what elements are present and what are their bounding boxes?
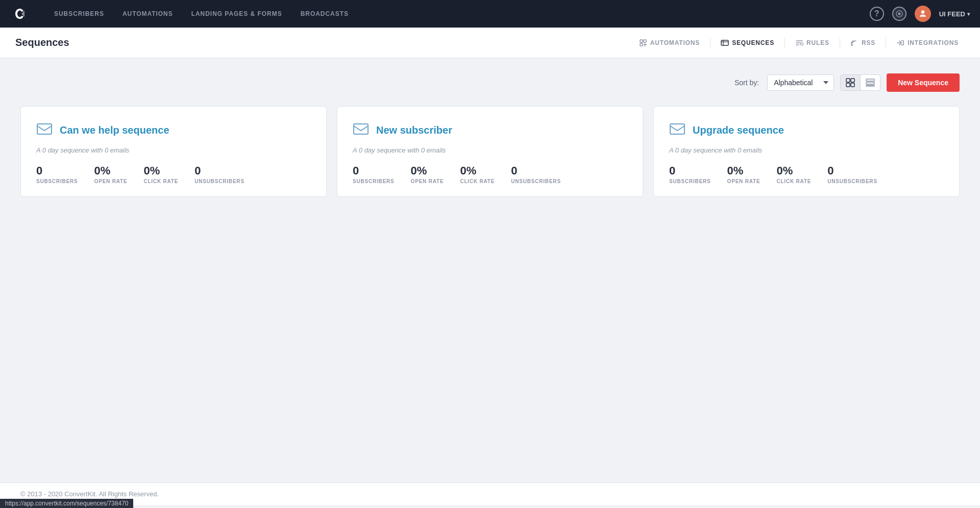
svg-point-0 <box>10 4 30 23</box>
user-menu-chevron: ▾ <box>967 11 970 17</box>
footer-text: © 2013 - 2020 ConvertKit. All Rights Res… <box>20 490 159 498</box>
stat-unsubscribers-value: 0 <box>827 164 877 177</box>
svg-rect-10 <box>851 79 854 82</box>
svg-rect-18 <box>670 124 684 134</box>
main-content: Sort by: Alphabetical Date Created Date … <box>0 58 980 482</box>
nav-link-subscribers[interactable]: SUBSCRIBERS <box>45 0 113 28</box>
svg-rect-11 <box>846 83 850 87</box>
card-header: New subscriber <box>353 121 627 139</box>
svg-rect-14 <box>866 82 874 84</box>
sub-nav-rss[interactable]: RSS <box>844 36 881 50</box>
stat-click-rate: 0% CLICK RATE <box>776 164 811 184</box>
sub-nav-automations[interactable]: AUTOMATIONS <box>633 36 706 50</box>
avatar[interactable] <box>915 6 931 22</box>
grid-icon <box>846 78 855 87</box>
rss-icon <box>850 39 859 47</box>
stat-open-rate-label: OPEN RATE <box>411 179 444 184</box>
stat-open-rate: 0% OPEN RATE <box>411 164 444 184</box>
sub-nav-integrations-label: INTEGRATIONS <box>908 39 959 46</box>
sub-nav-rules[interactable]: RULES <box>789 36 836 50</box>
sequence-stats: 0 SUBSCRIBERS 0% OPEN RATE 0% CLICK RATE… <box>36 164 311 184</box>
status-bar: https://app.convertkit.com/sequences/738… <box>0 499 133 508</box>
stat-open-rate: 0% OPEN RATE <box>727 164 761 184</box>
sub-nav-sequences[interactable]: SEQUENCES <box>715 36 780 50</box>
sequences-icon <box>721 39 729 47</box>
sequence-title: Can we help sequence <box>60 124 169 136</box>
stat-open-rate-value: 0% <box>727 164 761 177</box>
page-title: Sequences <box>15 37 633 48</box>
sub-nav: Sequences AUTOMATIONS SEQUENCES <box>0 28 980 58</box>
nav-link-automations[interactable]: AUTOMATIONS <box>113 0 182 28</box>
stat-subscribers-value: 0 <box>36 164 78 177</box>
stat-open-rate-label: OPEN RATE <box>94 179 128 184</box>
sequence-card[interactable]: Upgrade sequence A 0 day sequence with 0… <box>653 106 960 197</box>
svg-rect-3 <box>640 40 643 42</box>
svg-point-2 <box>898 12 900 15</box>
top-nav-links: SUBSCRIBERS AUTOMATIONS LANDING PAGES & … <box>45 0 870 28</box>
card-header: Upgrade sequence <box>669 121 944 139</box>
rules-icon <box>795 39 803 47</box>
stat-click-rate: 0% CLICK RATE <box>460 164 495 184</box>
top-nav-right: ? UI FEED ▾ <box>870 6 970 22</box>
sequence-card[interactable]: New subscriber A 0 day sequence with 0 e… <box>337 106 643 197</box>
sequence-subtitle: A 0 day sequence with 0 emails <box>353 146 627 154</box>
stat-open-rate-value: 0% <box>94 164 128 177</box>
notifications-button[interactable] <box>892 7 906 21</box>
stat-click-rate-value: 0% <box>460 164 495 177</box>
stat-click-rate-label: CLICK RATE <box>460 179 495 184</box>
sequence-stats: 0 SUBSCRIBERS 0% OPEN RATE 0% CLICK RATE… <box>353 164 627 184</box>
help-button[interactable]: ? <box>870 7 884 21</box>
sub-nav-integrations[interactable]: INTEGRATIONS <box>890 36 965 50</box>
stat-unsubscribers-label: UNSUBSCRIBERS <box>511 179 561 184</box>
nav-link-broadcasts[interactable]: BROADCASTS <box>291 0 358 28</box>
stat-subscribers: 0 SUBSCRIBERS <box>353 164 395 184</box>
stat-open-rate-label: OPEN RATE <box>727 179 761 184</box>
sort-label: Sort by: <box>734 79 759 87</box>
sequence-title: New subscriber <box>376 124 452 136</box>
sub-nav-automations-label: AUTOMATIONS <box>650 39 700 46</box>
sort-select[interactable]: Alphabetical Date Created Date Modified <box>767 74 834 91</box>
toolbar: Sort by: Alphabetical Date Created Date … <box>20 73 960 92</box>
svg-rect-13 <box>866 79 874 81</box>
sub-nav-rules-label: RULES <box>806 39 829 46</box>
stat-click-rate-label: CLICK RATE <box>776 179 811 184</box>
stat-unsubscribers: 0 UNSUBSCRIBERS <box>511 164 561 184</box>
stat-open-rate: 0% OPEN RATE <box>94 164 128 184</box>
sub-nav-links: AUTOMATIONS SEQUENCES RULES <box>633 36 965 50</box>
stat-subscribers: 0 SUBSCRIBERS <box>669 164 711 184</box>
stat-unsubscribers: 0 UNSUBSCRIBERS <box>827 164 877 184</box>
svg-rect-4 <box>644 40 646 42</box>
stat-unsubscribers-value: 0 <box>194 164 244 177</box>
grid-view-button[interactable] <box>841 75 860 90</box>
list-icon <box>866 78 875 87</box>
sub-nav-divider-4 <box>886 38 886 48</box>
stat-click-rate-value: 0% <box>776 164 811 177</box>
svg-rect-16 <box>37 124 52 134</box>
integrations-icon <box>896 39 904 47</box>
stat-unsubscribers: 0 UNSUBSCRIBERS <box>194 164 244 184</box>
footer: © 2013 - 2020 ConvertKit. All Rights Res… <box>0 482 980 505</box>
svg-rect-9 <box>846 79 850 82</box>
list-view-button[interactable] <box>861 75 880 90</box>
stat-subscribers-label: SUBSCRIBERS <box>36 179 78 184</box>
sub-nav-divider-2 <box>785 38 785 48</box>
sequence-subtitle: A 0 day sequence with 0 emails <box>669 146 944 154</box>
svg-rect-5 <box>640 43 643 46</box>
sequence-title: Upgrade sequence <box>693 124 784 136</box>
view-toggle <box>840 74 880 91</box>
nav-link-landing-pages[interactable]: LANDING PAGES & FORMS <box>182 0 291 28</box>
sequence-stats: 0 SUBSCRIBERS 0% OPEN RATE 0% CLICK RATE… <box>669 164 944 184</box>
top-nav: SUBSCRIBERS AUTOMATIONS LANDING PAGES & … <box>0 0 980 28</box>
new-sequence-button[interactable]: New Sequence <box>887 73 960 92</box>
stat-click-rate-value: 0% <box>143 164 178 177</box>
mail-icon <box>669 121 685 139</box>
stat-open-rate-value: 0% <box>411 164 444 177</box>
svg-rect-15 <box>866 85 874 86</box>
sub-nav-divider-1 <box>710 38 710 48</box>
stat-subscribers: 0 SUBSCRIBERS <box>36 164 78 184</box>
logo[interactable] <box>10 4 30 23</box>
user-menu[interactable]: UI FEED ▾ <box>939 10 970 18</box>
svg-rect-6 <box>721 40 728 45</box>
mail-icon <box>353 121 369 139</box>
sequence-card[interactable]: Can we help sequence A 0 day sequence wi… <box>20 106 327 197</box>
